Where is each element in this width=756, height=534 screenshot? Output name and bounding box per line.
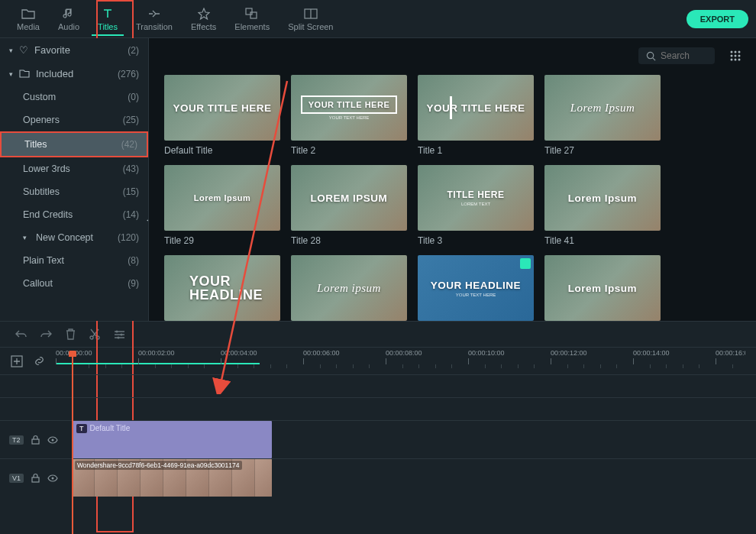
eye-icon[interactable] [47,474,58,482]
sidebar-item-count: (15) [123,186,139,197]
thumbnail-overlay-subtext: YOUR TEXT HERE [329,115,369,120]
thumbnail-label: Default Title [164,145,280,156]
eye-icon[interactable] [47,436,58,444]
thumbnail[interactable]: Lorem IpsumTitle 27 [544,75,661,156]
redo-icon[interactable] [40,329,52,339]
sidebar-item-included[interactable]: ▾Included(276) [0,62,148,86]
thumbnail-label: Title 41 [544,235,661,246]
grid-view-icon[interactable] [730,50,741,61]
svg-point-4 [731,51,733,53]
thumbnail-overlay-text: LOREM IPSUM [311,193,388,204]
link-icon[interactable] [34,355,45,367]
sidebar-item-count: (8) [128,255,139,266]
tab-elements[interactable]: Elements [225,2,279,36]
thumbnail-overlay-subtext: YOUR TEXT HERE [456,293,496,297]
video-clip[interactable]: Wondershare-9ccd78f6-6eb1-4469-91ea-a09d… [72,459,272,497]
search-icon [646,51,656,61]
tab-split-screen[interactable]: Split Screen [279,2,342,36]
tab-audio[interactable]: Audio [49,2,89,36]
sidebar-item-new-concept[interactable]: ▾New Concept(120) [0,226,148,249]
tab-transition[interactable]: Transition [127,2,182,36]
sidebar-item-callout[interactable]: Callout(9) [0,272,148,295]
playhead[interactable] [72,352,73,534]
sidebar-item-label: Lower 3rds [23,163,70,174]
timeline-ruler[interactable]: 00:00:00:0000:00:02:0000:00:04:0000:00:0… [56,349,745,374]
thumbnail[interactable]: Lorem ipsum [291,255,407,325]
sidebar-item-plain-text[interactable]: Plain Text(8) [0,249,148,272]
thumbnail[interactable]: Lorem IpsumTitle 41 [544,165,661,246]
sidebar-item-count: (42) [121,139,137,150]
sidebar-item-subtitles[interactable]: Subtitles(15) [0,180,148,203]
tab-effects[interactable]: Effects [182,2,225,36]
split-clip-icon[interactable] [89,328,100,340]
thumbnail[interactable]: LOREM IPSUMTitle 28 [291,165,407,246]
add-track-icon[interactable] [11,355,23,367]
svg-rect-0 [246,8,252,15]
search-box[interactable] [638,47,715,64]
sidebar-item-count: (0) [128,92,139,102]
thumbnail-overlay-text: Lorem Ipsum [570,102,635,115]
ruler-tick: 00:00:10:00 [468,349,505,364]
track-spacer [0,374,756,397]
svg-point-12 [738,59,741,61]
thumbnail[interactable]: Lorem Ipsum [544,255,661,325]
thumbnail[interactable]: TITLE HERELOREM TEXTTitle 3 [418,165,534,246]
ruler-tick: 00:00:16:00 [716,349,745,364]
thumbnail-label: Title 1 [418,145,534,156]
tab-split-label: Split Screen [288,22,333,31]
svg-point-10 [731,59,733,61]
title-track: T2 TDefault Title [0,420,756,458]
thumbnail-overlay-text: Lorem ipsum [317,282,381,295]
thumbnail-preview: Lorem Ipsum [164,165,280,231]
thumbnail-label: Title 3 [418,235,534,246]
thumbnail[interactable]: YOUR TITLE HERETitle 1 [418,75,534,156]
title-clip[interactable]: TDefault Title [72,421,272,458]
ruler-tick: 00:00:06:00 [303,349,340,364]
music-icon [62,7,76,21]
thumbnail-label: Title 27 [544,145,661,156]
thumbnail-preview: YOURHEADLINE [164,255,280,321]
thumbnail-grid: YOUR TITLE HEREDefault TitleYOUR TITLE H… [164,75,741,325]
delete-icon[interactable] [66,328,76,340]
thumbnail[interactable]: YOURHEADLINE [164,255,280,325]
thumbnail-label: Title 2 [291,145,407,156]
track-label-t2: T2 [9,435,24,445]
sidebar-item-titles[interactable]: Titles(42) [0,131,148,157]
lock-icon[interactable] [31,435,40,445]
tab-media[interactable]: Media [8,2,49,36]
tab-titles[interactable]: Titles [89,2,127,36]
lock-icon[interactable] [31,473,40,483]
timeline-tracks: T2 TDefault Title V1 Wondershare-9ccd78f… [0,374,756,497]
svg-point-23 [52,477,54,479]
sidebar-item-favorite[interactable]: ▾♡Favorite(2) [0,38,148,62]
sidebar-item-openers[interactable]: Openers(25) [0,108,148,131]
thumbnail-label: Title 29 [164,235,280,246]
thumbnail[interactable]: YOUR TITLE HEREYOUR TEXT HERETitle 2 [291,75,407,156]
thumbnail-preview: Lorem ipsum [291,255,407,321]
thumbnail-overlay-text: YOUR TITLE HERE [426,102,525,114]
sidebar-item-label: Favorite [34,44,70,56]
thumbnail-preview: Lorem Ipsum [544,255,661,321]
sidebar-item-lower-3rds[interactable]: Lower 3rds(43) [0,157,148,180]
sidebar-item-end-credits[interactable]: End Credits(14) [0,203,148,226]
search-input[interactable] [661,50,706,61]
undo-icon[interactable] [15,329,27,339]
export-button[interactable]: EXPORT [687,10,748,28]
thumbnail[interactable]: YOUR TITLE HEREDefault Title [164,75,280,156]
folder-icon [19,70,30,78]
thumbnail-preview: LOREM IPSUM [291,165,407,231]
tab-media-label: Media [17,22,40,31]
timeline-header: 00:00:00:0000:00:02:0000:00:04:0000:00:0… [0,347,756,374]
ruler-tick: 00:00:12:00 [551,349,587,364]
thumbnail[interactable]: YOUR HEADLINEYOUR TEXT HERE [418,255,534,325]
sidebar-item-custom[interactable]: Custom(0) [0,86,148,108]
thumbnail-preview: YOUR HEADLINEYOUR TEXT HERE [418,255,534,321]
svg-rect-1 [250,12,257,18]
sidebar-item-count: (276) [118,69,139,79]
thumbnail[interactable]: Lorem IpsumTitle 29 [164,165,280,246]
thumbnail-overlay-text: YOUR TITLE HERE [173,102,271,114]
svg-point-21 [51,439,53,441]
svg-point-17 [121,334,123,336]
star-icon [197,7,211,21]
settings-icon[interactable] [114,329,125,339]
